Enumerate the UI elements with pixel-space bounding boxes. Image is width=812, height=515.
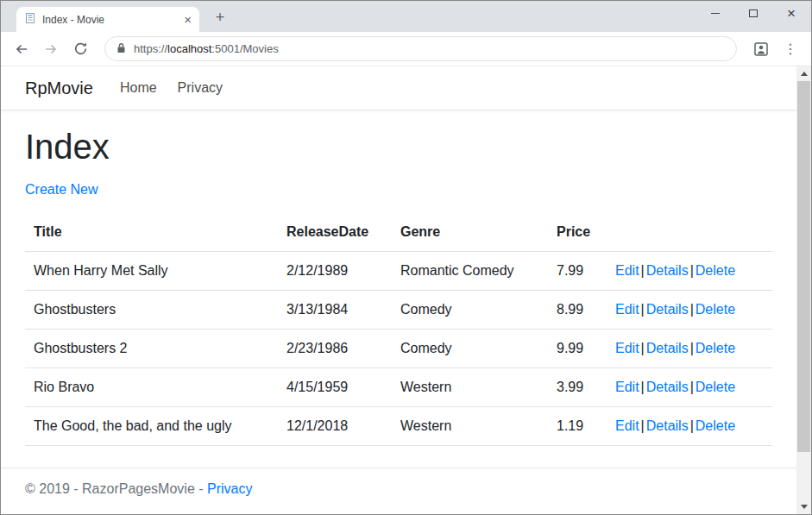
movie-price: 9.99 xyxy=(548,330,607,368)
nav-home-link[interactable]: Home xyxy=(112,73,165,103)
action-separator: | xyxy=(690,302,694,317)
new-tab-button[interactable]: + xyxy=(210,8,230,27)
movie-release-date: 4/15/1959 xyxy=(278,368,392,407)
browser-menu-button[interactable]: ⋮ xyxy=(778,37,803,61)
table-row: Rio Bravo 4/15/1959 Western 3.99 Edit|De… xyxy=(25,368,772,407)
action-separator: | xyxy=(690,263,694,278)
table-row: When Harry Met Sally 2/12/1989 Romantic … xyxy=(25,252,772,291)
action-separator: | xyxy=(641,302,645,317)
tab-title: Index - Movie xyxy=(42,14,178,26)
maximize-icon xyxy=(749,9,758,17)
reload-button[interactable] xyxy=(68,37,92,61)
scrollbar-thumb[interactable] xyxy=(797,81,810,452)
kebab-menu-icon: ⋮ xyxy=(784,41,797,57)
movie-genre: Comedy xyxy=(392,330,548,368)
edit-link[interactable]: Edit xyxy=(615,341,639,355)
copyright-text: © 2019 - RazorPagesMovie - xyxy=(25,481,204,496)
movie-title: Rio Bravo xyxy=(25,368,278,407)
details-link[interactable]: Details xyxy=(646,341,689,355)
row-actions: Edit|Details|Delete xyxy=(607,252,772,291)
movie-genre: Western xyxy=(392,407,548,446)
row-actions: Edit|Details|Delete xyxy=(607,291,772,330)
action-separator: | xyxy=(641,380,645,394)
edit-link[interactable]: Edit xyxy=(615,380,639,394)
minimize-button[interactable] xyxy=(696,2,734,25)
url-text: https://localhost:5001/Movies xyxy=(134,42,279,55)
edit-link[interactable]: Edit xyxy=(615,263,639,278)
edit-link[interactable]: Edit xyxy=(615,418,639,433)
footer-privacy-link[interactable]: Privacy xyxy=(207,481,252,496)
browser-window: Index - Movie × + × https://l xyxy=(0,0,812,515)
site-navbar: RpMovie Home Privacy xyxy=(1,66,796,110)
profile-button[interactable] xyxy=(749,37,773,61)
details-link[interactable]: Details xyxy=(646,263,689,278)
movie-title: The Good, the bad, and the ugly xyxy=(25,407,278,446)
header-price: Price xyxy=(548,213,607,252)
action-separator: | xyxy=(690,380,694,394)
movie-title: Ghostbusters 2 xyxy=(25,330,278,368)
url-host: localhost xyxy=(167,42,211,55)
movie-price: 1.19 xyxy=(548,407,607,446)
movie-genre: Comedy xyxy=(392,291,548,330)
back-icon xyxy=(14,41,29,57)
action-separator: | xyxy=(641,263,645,278)
minimize-icon xyxy=(711,13,720,14)
profile-icon xyxy=(753,41,769,57)
details-link[interactable]: Details xyxy=(646,380,689,394)
movie-genre: Romantic Comedy xyxy=(392,252,548,291)
movie-release-date: 3/13/1984 xyxy=(278,291,392,330)
movie-release-date: 2/12/1989 xyxy=(278,252,392,291)
nav-privacy-link[interactable]: Privacy xyxy=(170,73,230,103)
page-favicon-icon xyxy=(24,12,36,28)
reload-icon xyxy=(73,41,88,56)
row-actions: Edit|Details|Delete xyxy=(607,407,772,446)
movie-title: Ghostbusters xyxy=(25,291,278,330)
browser-toolbar: https://localhost:5001/Movies ⋮ xyxy=(1,32,811,66)
scroll-down-icon xyxy=(801,505,808,509)
movies-table: Title ReleaseDate Genre Price When Harry… xyxy=(25,213,772,446)
url-path: :5001/Movies xyxy=(211,42,278,55)
action-separator: | xyxy=(641,341,645,355)
delete-link[interactable]: Delete xyxy=(696,418,735,433)
delete-link[interactable]: Delete xyxy=(696,302,735,317)
delete-link[interactable]: Delete xyxy=(696,380,735,394)
window-close-button[interactable]: × xyxy=(772,2,810,25)
url-scheme: https:// xyxy=(134,42,167,55)
details-link[interactable]: Details xyxy=(646,302,689,317)
scroll-down-button[interactable] xyxy=(796,499,811,514)
header-release-date: ReleaseDate xyxy=(278,213,392,252)
brand-link[interactable]: RpMovie xyxy=(25,79,93,98)
movie-genre: Western xyxy=(392,368,548,407)
main-content: Index Create New Title ReleaseDate Genre… xyxy=(1,110,796,468)
forward-button[interactable] xyxy=(39,37,63,61)
edit-link[interactable]: Edit xyxy=(615,302,639,317)
create-new-link[interactable]: Create New xyxy=(25,182,98,197)
maximize-button[interactable] xyxy=(734,2,772,25)
scroll-up-icon xyxy=(801,72,808,76)
forward-icon xyxy=(43,41,59,57)
movie-release-date: 2/23/1986 xyxy=(278,330,392,368)
table-row: Ghostbusters 3/13/1984 Comedy 8.99 Edit|… xyxy=(25,291,772,330)
vertical-scrollbar[interactable] xyxy=(796,66,811,514)
action-separator: | xyxy=(690,418,694,433)
window-close-icon: × xyxy=(787,6,796,21)
action-separator: | xyxy=(690,341,694,355)
back-button[interactable] xyxy=(9,37,34,61)
page-title: Index xyxy=(25,128,772,166)
tab-close-icon[interactable]: × xyxy=(184,13,192,26)
address-bar[interactable]: https://localhost:5001/Movies xyxy=(104,36,737,61)
scroll-up-button[interactable] xyxy=(796,66,811,81)
site-footer: © 2019 - RazorPagesMovie - Privacy xyxy=(1,468,796,514)
action-separator: | xyxy=(641,418,645,433)
row-actions: Edit|Details|Delete xyxy=(607,330,772,368)
movie-price: 7.99 xyxy=(548,252,607,291)
movie-title: When Harry Met Sally xyxy=(25,252,278,291)
table-row: The Good, the bad, and the ugly 12/1/201… xyxy=(25,407,772,446)
delete-link[interactable]: Delete xyxy=(696,341,735,355)
delete-link[interactable]: Delete xyxy=(696,263,735,278)
header-actions xyxy=(607,213,772,252)
browser-tab[interactable]: Index - Movie × xyxy=(16,7,199,32)
movie-release-date: 12/1/2018 xyxy=(278,407,392,446)
window-controls: × xyxy=(696,2,810,25)
details-link[interactable]: Details xyxy=(646,418,689,433)
